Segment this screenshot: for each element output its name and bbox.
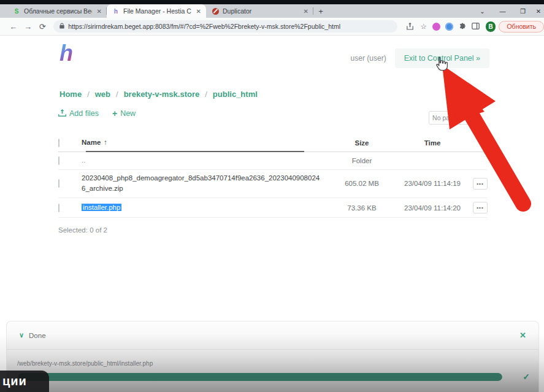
file-size: 605.02 MB: [328, 180, 396, 187]
tab-search-icon[interactable]: ⌄: [472, 8, 492, 15]
table-header-row: Name↑ Size Time: [58, 134, 488, 152]
subtitle-text: ции: [2, 374, 27, 388]
extension-blue-icon[interactable]: [445, 23, 453, 31]
row-checkbox[interactable]: [58, 204, 59, 212]
url-text: https://sirirndrekam.beget.app:8083/fm/#…: [68, 23, 340, 30]
plus-icon: +: [112, 109, 117, 118]
reload-icon[interactable]: ⟳: [35, 22, 50, 31]
breadcrumb-separator: /: [116, 90, 118, 99]
row-checkbox[interactable]: [58, 179, 59, 188]
row-checkbox-cell: [58, 180, 82, 187]
progress-bar: [18, 373, 502, 381]
table-row-installer-php[interactable]: installer.php 73.36 KB 23/04/09 11:14:20…: [58, 198, 488, 218]
bookmark-star-icon[interactable]: ☆: [417, 22, 431, 31]
tab-title: Duplicator: [223, 7, 299, 15]
add-files-label: Add files: [69, 109, 99, 118]
hestia-icon: h: [112, 7, 120, 15]
browser-window: S Облачные сервисы Beget — П ✕ h File Ma…: [0, 0, 544, 392]
row-menu-cell: •••: [469, 202, 488, 213]
table-row-archive-zip[interactable]: 20230408_php8_demoagregator_8d5ab3470714…: [58, 170, 488, 199]
time-header[interactable]: Time: [396, 139, 469, 147]
transfer-file-path: /web/brekety-v-msk.store/public_html/ins…: [17, 360, 538, 367]
select-all-checkbox[interactable]: [58, 139, 59, 147]
file-name[interactable]: ..: [82, 152, 328, 169]
tab-beget[interactable]: S Облачные сервисы Beget — П ✕: [7, 4, 107, 18]
extensions-puzzle-icon[interactable]: [456, 22, 469, 31]
tab-title: Облачные сервисы Beget — П: [24, 7, 92, 15]
selected-filename-highlight: installer.php: [82, 204, 121, 211]
app-header: h user (user) Exit to Control Panel »: [0, 36, 544, 75]
close-window-icon[interactable]: ✕: [533, 8, 544, 15]
row-checkbox-cell: [58, 157, 82, 164]
table-row-parent-dir[interactable]: .. Folder: [58, 152, 488, 170]
share-icon[interactable]: [404, 22, 417, 31]
new-label: New: [120, 109, 136, 118]
hestia-logo[interactable]: h: [59, 43, 73, 64]
row-menu-button[interactable]: •••: [473, 178, 488, 190]
breadcrumb-web[interactable]: web: [95, 90, 110, 99]
side-panel-icon[interactable]: [469, 22, 483, 31]
address-bar[interactable]: https://sirirndrekam.beget.app:8083/fm/#…: [53, 20, 397, 33]
minimize-icon[interactable]: —: [492, 8, 513, 15]
complete-check-icon: ✓: [523, 372, 530, 382]
browser-tab-bar: S Облачные сервисы Beget — П ✕ h File Ma…: [0, 4, 544, 18]
file-size: Folder: [328, 157, 396, 164]
transfer-status-panel: ∨ Done ✕ /web/brekety-v-msk.store/public…: [6, 321, 539, 392]
profile-avatar[interactable]: B: [486, 21, 496, 32]
status-panel-header: ∨ Done ✕: [7, 321, 538, 350]
file-time: 23/04/09 11:14:19: [396, 180, 469, 187]
close-panel-icon[interactable]: ✕: [519, 331, 526, 340]
breadcrumb-public-html[interactable]: public_html: [213, 90, 258, 99]
tab-close-icon[interactable]: ✕: [302, 8, 310, 15]
upload-icon: [58, 109, 66, 118]
beget-icon: S: [13, 7, 20, 15]
exit-to-control-panel-button[interactable]: Exit to Control Panel »: [395, 48, 489, 68]
pagination-select[interactable]: No pagination: [429, 111, 476, 125]
subtitle-overlay: ции: [0, 371, 49, 392]
file-name[interactable]: 20230408_php8_demoagregator_8d5ab3470714…: [82, 170, 328, 198]
duplicator-icon: [212, 7, 219, 15]
breadcrumb-separator: /: [87, 90, 90, 99]
lock-icon: [59, 23, 64, 30]
new-button[interactable]: + New: [112, 109, 136, 118]
file-size: 73.36 KB: [328, 204, 396, 212]
user-label: user (user): [351, 54, 386, 63]
tab-close-icon[interactable]: ✕: [195, 8, 202, 15]
breadcrumb-separator: /: [205, 90, 207, 99]
extension-pink-icon[interactable]: [432, 23, 440, 31]
tab-title: File Manager - Hestia Control Pa: [123, 7, 191, 15]
file-name[interactable]: installer.php: [82, 199, 328, 217]
tab-duplicator[interactable]: Duplicator ✕: [206, 4, 313, 18]
status-title: Done: [29, 332, 46, 339]
file-table: Name↑ Size Time .. Folder 20230408_php8_…: [58, 134, 488, 218]
breadcrumb-home[interactable]: Home: [59, 90, 82, 99]
maximize-icon[interactable]: ❐: [513, 8, 533, 15]
collapse-chevron-icon[interactable]: ∨: [19, 331, 24, 339]
row-menu-cell: •••: [469, 178, 488, 190]
name-header[interactable]: Name↑: [82, 134, 328, 152]
row-checkbox-cell: [58, 204, 82, 212]
progress-fill: [18, 373, 502, 381]
window-top-strip: [0, 0, 544, 4]
add-files-button[interactable]: Add files: [58, 109, 99, 118]
tab-file-manager[interactable]: h File Manager - Hestia Control Pa ✕: [107, 4, 206, 18]
tab-close-icon[interactable]: ✕: [96, 8, 103, 15]
update-extension-button[interactable]: Обновить: [499, 21, 544, 33]
row-checkbox[interactable]: [58, 156, 59, 165]
breadcrumb-domain[interactable]: brekety-v-msk.store: [124, 90, 200, 99]
browser-toolbar: ← → ⟳ https://sirirndrekam.beget.app:808…: [0, 18, 544, 36]
size-header[interactable]: Size: [328, 139, 396, 147]
selected-summary: Selected: 0 of 2: [58, 226, 544, 234]
window-controls: ⌄ — ❐ ✕: [472, 4, 544, 18]
file-time: 23/04/09 11:14:20: [396, 204, 469, 212]
back-icon[interactable]: ←: [6, 22, 21, 31]
more-options-dots[interactable]: •••: [469, 96, 478, 103]
new-tab-button[interactable]: +: [313, 4, 328, 18]
row-menu-button[interactable]: •••: [473, 202, 488, 213]
sort-asc-icon: ↑: [104, 139, 107, 146]
select-all-cell: [58, 139, 82, 147]
forward-icon[interactable]: →: [21, 22, 36, 31]
